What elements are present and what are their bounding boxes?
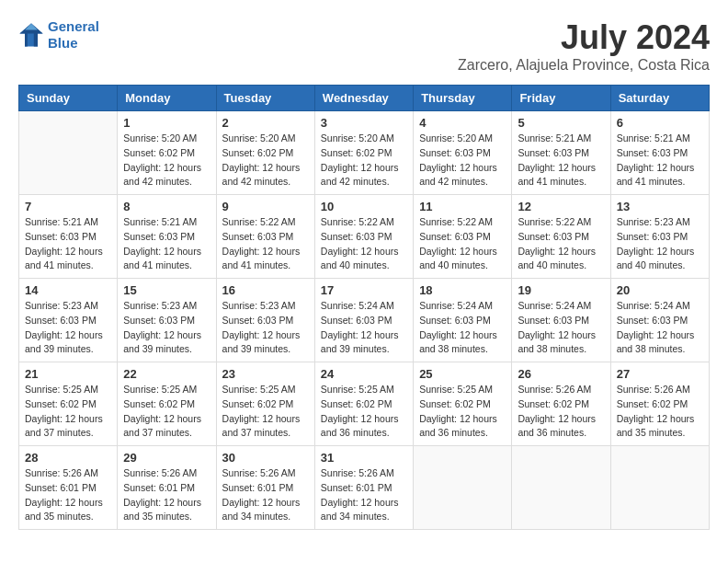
header-friday: Friday bbox=[512, 86, 610, 111]
day-number: 18 bbox=[419, 283, 506, 297]
header-sunday: Sunday bbox=[19, 86, 118, 111]
day-number: 7 bbox=[25, 200, 111, 213]
day-info: Sunrise: 5:21 AMSunset: 6:03 PMDaylight:… bbox=[518, 132, 604, 190]
day-info: Sunrise: 5:25 AMSunset: 6:02 PMDaylight:… bbox=[321, 383, 407, 441]
day-number: 17 bbox=[321, 283, 407, 297]
day-info: Sunrise: 5:26 AMSunset: 6:01 PMDaylight:… bbox=[123, 466, 210, 524]
calendar-cell-w2d5: 11Sunrise: 5:22 AMSunset: 6:03 PMDayligh… bbox=[414, 195, 512, 279]
day-info: Sunrise: 5:21 AMSunset: 6:03 PMDaylight:… bbox=[123, 215, 210, 273]
day-number: 30 bbox=[222, 451, 309, 465]
day-info: Sunrise: 5:22 AMSunset: 6:03 PMDaylight:… bbox=[518, 215, 604, 273]
day-number: 2 bbox=[222, 116, 309, 130]
day-info: Sunrise: 5:26 AMSunset: 6:01 PMDaylight:… bbox=[222, 466, 309, 524]
calendar-cell-w2d2: 8Sunrise: 5:21 AMSunset: 6:03 PMDaylight… bbox=[118, 195, 216, 279]
calendar-cell-w2d7: 13Sunrise: 5:23 AMSunset: 6:03 PMDayligh… bbox=[610, 195, 709, 279]
day-number: 27 bbox=[617, 367, 703, 381]
calendar-cell-w3d5: 18Sunrise: 5:24 AMSunset: 6:03 PMDayligh… bbox=[414, 279, 512, 362]
day-number: 26 bbox=[518, 367, 604, 381]
calendar-cell-w2d1: 7Sunrise: 5:21 AMSunset: 6:03 PMDaylight… bbox=[19, 195, 118, 279]
header: General Blue July 2024 Zarcero, Alajuela… bbox=[18, 18, 710, 74]
day-number: 20 bbox=[617, 283, 703, 297]
day-info: Sunrise: 5:20 AMSunset: 6:02 PMDaylight:… bbox=[222, 132, 309, 190]
header-wednesday: Wednesday bbox=[314, 86, 413, 111]
day-number: 14 bbox=[25, 283, 111, 297]
month-year: July 2024 bbox=[458, 18, 710, 57]
calendar-cell-w4d1: 21Sunrise: 5:25 AMSunset: 6:02 PMDayligh… bbox=[19, 362, 118, 446]
logo-icon bbox=[18, 22, 44, 48]
day-info: Sunrise: 5:23 AMSunset: 6:03 PMDaylight:… bbox=[123, 299, 210, 357]
day-number: 31 bbox=[321, 451, 407, 465]
day-number: 8 bbox=[123, 200, 210, 213]
calendar-cell-w2d4: 10Sunrise: 5:22 AMSunset: 6:03 PMDayligh… bbox=[314, 195, 413, 279]
calendar-cell-w3d1: 14Sunrise: 5:23 AMSunset: 6:03 PMDayligh… bbox=[19, 279, 118, 362]
calendar-cell-w1d4: 3Sunrise: 5:20 AMSunset: 6:02 PMDaylight… bbox=[314, 111, 413, 195]
calendar-cell-w4d3: 23Sunrise: 5:25 AMSunset: 6:02 PMDayligh… bbox=[216, 362, 314, 446]
calendar-cell-w4d6: 26Sunrise: 5:26 AMSunset: 6:02 PMDayligh… bbox=[512, 362, 610, 446]
week-row-5: 28Sunrise: 5:26 AMSunset: 6:01 PMDayligh… bbox=[19, 446, 710, 530]
header-thursday: Thursday bbox=[414, 86, 512, 111]
day-number: 19 bbox=[518, 283, 604, 297]
day-info: Sunrise: 5:26 AMSunset: 6:01 PMDaylight:… bbox=[25, 466, 111, 524]
day-number: 22 bbox=[123, 367, 210, 381]
calendar-cell-w4d4: 24Sunrise: 5:25 AMSunset: 6:02 PMDayligh… bbox=[314, 362, 413, 446]
day-info: Sunrise: 5:21 AMSunset: 6:03 PMDaylight:… bbox=[617, 132, 703, 190]
day-info: Sunrise: 5:22 AMSunset: 6:03 PMDaylight:… bbox=[222, 215, 309, 273]
day-number: 13 bbox=[617, 200, 703, 213]
day-info: Sunrise: 5:25 AMSunset: 6:02 PMDaylight:… bbox=[25, 383, 111, 441]
calendar-cell-w5d7 bbox=[610, 446, 709, 530]
day-info: Sunrise: 5:21 AMSunset: 6:03 PMDaylight:… bbox=[25, 215, 111, 273]
day-info: Sunrise: 5:20 AMSunset: 6:02 PMDaylight:… bbox=[321, 132, 407, 190]
calendar-cell-w5d6 bbox=[512, 446, 610, 530]
calendar-cell-w3d7: 20Sunrise: 5:24 AMSunset: 6:03 PMDayligh… bbox=[610, 279, 709, 362]
day-info: Sunrise: 5:24 AMSunset: 6:03 PMDaylight:… bbox=[518, 299, 604, 357]
day-info: Sunrise: 5:25 AMSunset: 6:02 PMDaylight:… bbox=[419, 383, 506, 441]
day-number: 29 bbox=[123, 451, 210, 465]
calendar-cell-w3d2: 15Sunrise: 5:23 AMSunset: 6:03 PMDayligh… bbox=[118, 279, 216, 362]
calendar-cell-w2d3: 9Sunrise: 5:22 AMSunset: 6:03 PMDaylight… bbox=[216, 195, 314, 279]
day-info: Sunrise: 5:23 AMSunset: 6:03 PMDaylight:… bbox=[617, 215, 703, 273]
header-monday: Monday bbox=[118, 86, 216, 111]
calendar-cell-w3d3: 16Sunrise: 5:23 AMSunset: 6:03 PMDayligh… bbox=[216, 279, 314, 362]
day-number: 24 bbox=[321, 367, 407, 381]
calendar-cell-w1d1 bbox=[19, 111, 118, 195]
day-number: 11 bbox=[419, 200, 506, 213]
calendar-cell-w3d4: 17Sunrise: 5:24 AMSunset: 6:03 PMDayligh… bbox=[314, 279, 413, 362]
day-info: Sunrise: 5:22 AMSunset: 6:03 PMDaylight:… bbox=[419, 215, 506, 273]
day-number: 15 bbox=[123, 283, 210, 297]
calendar-cell-w4d2: 22Sunrise: 5:25 AMSunset: 6:02 PMDayligh… bbox=[118, 362, 216, 446]
day-number: 16 bbox=[222, 283, 309, 297]
day-info: Sunrise: 5:26 AMSunset: 6:02 PMDaylight:… bbox=[617, 383, 703, 441]
calendar-cell-w2d6: 12Sunrise: 5:22 AMSunset: 6:03 PMDayligh… bbox=[512, 195, 610, 279]
day-info: Sunrise: 5:25 AMSunset: 6:02 PMDaylight:… bbox=[123, 383, 210, 441]
day-number: 5 bbox=[518, 116, 604, 130]
weekday-header-row: Sunday Monday Tuesday Wednesday Thursday… bbox=[19, 86, 710, 111]
day-number: 23 bbox=[222, 367, 309, 381]
day-info: Sunrise: 5:24 AMSunset: 6:03 PMDaylight:… bbox=[617, 299, 703, 357]
day-number: 6 bbox=[617, 116, 703, 130]
calendar-cell-w1d5: 4Sunrise: 5:20 AMSunset: 6:03 PMDaylight… bbox=[414, 111, 512, 195]
header-tuesday: Tuesday bbox=[216, 86, 314, 111]
title-block: July 2024 Zarcero, Alajuela Province, Co… bbox=[458, 18, 710, 74]
calendar-cell-w5d2: 29Sunrise: 5:26 AMSunset: 6:01 PMDayligh… bbox=[118, 446, 216, 530]
day-info: Sunrise: 5:20 AMSunset: 6:03 PMDaylight:… bbox=[419, 132, 506, 190]
day-number: 9 bbox=[222, 200, 309, 213]
calendar-cell-w5d3: 30Sunrise: 5:26 AMSunset: 6:01 PMDayligh… bbox=[216, 446, 314, 530]
calendar-cell-w1d6: 5Sunrise: 5:21 AMSunset: 6:03 PMDaylight… bbox=[512, 111, 610, 195]
day-info: Sunrise: 5:25 AMSunset: 6:02 PMDaylight:… bbox=[222, 383, 309, 441]
day-info: Sunrise: 5:23 AMSunset: 6:03 PMDaylight:… bbox=[222, 299, 309, 357]
calendar-cell-w1d2: 1Sunrise: 5:20 AMSunset: 6:02 PMDaylight… bbox=[118, 111, 216, 195]
calendar-cell-w4d5: 25Sunrise: 5:25 AMSunset: 6:02 PMDayligh… bbox=[414, 362, 512, 446]
calendar-cell-w4d7: 27Sunrise: 5:26 AMSunset: 6:02 PMDayligh… bbox=[610, 362, 709, 446]
day-number: 28 bbox=[25, 451, 111, 465]
day-info: Sunrise: 5:24 AMSunset: 6:03 PMDaylight:… bbox=[419, 299, 506, 357]
day-info: Sunrise: 5:26 AMSunset: 6:01 PMDaylight:… bbox=[321, 466, 407, 524]
logo-name1: General bbox=[48, 18, 99, 34]
day-info: Sunrise: 5:20 AMSunset: 6:02 PMDaylight:… bbox=[123, 132, 210, 190]
day-number: 21 bbox=[25, 367, 111, 381]
page: General Blue July 2024 Zarcero, Alajuela… bbox=[0, 0, 728, 548]
logo: General Blue bbox=[18, 18, 99, 52]
calendar-table: Sunday Monday Tuesday Wednesday Thursday… bbox=[18, 85, 710, 530]
day-number: 4 bbox=[419, 116, 506, 130]
day-number: 10 bbox=[321, 200, 407, 213]
day-number: 1 bbox=[123, 116, 210, 130]
